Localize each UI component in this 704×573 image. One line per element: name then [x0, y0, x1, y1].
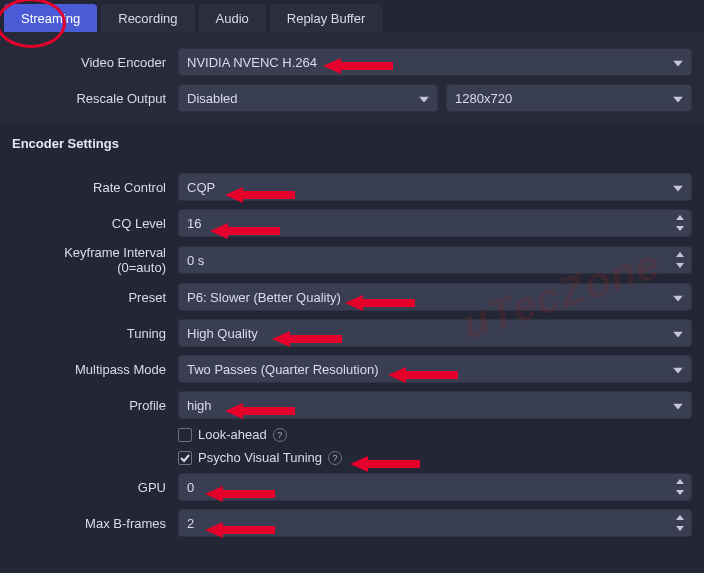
chevron-down-icon — [673, 55, 683, 70]
keyframe-down[interactable] — [673, 260, 687, 271]
tab-replay-buffer[interactable]: Replay Buffer — [270, 4, 383, 32]
top-section: Video Encoder NVIDIA NVENC H.264 Rescale… — [0, 32, 704, 124]
help-icon[interactable]: ? — [328, 451, 342, 465]
gpu-input[interactable]: 0 — [178, 473, 692, 501]
max-bframes-input[interactable]: 2 — [178, 509, 692, 537]
chevron-down-icon — [419, 91, 429, 106]
lookahead-checkbox[interactable] — [178, 428, 192, 442]
cq-level-input[interactable]: 16 — [178, 209, 692, 237]
tabs-bar: Streaming Recording Audio Replay Buffer — [0, 0, 704, 32]
max-bframes-up[interactable] — [673, 512, 687, 523]
rescale-output-select[interactable]: Disabled — [178, 84, 438, 112]
cq-level-label: CQ Level — [12, 216, 170, 231]
chevron-down-icon — [673, 362, 683, 377]
rescale-output-value: Disabled — [187, 91, 238, 106]
tuning-value: High Quality — [187, 326, 258, 341]
preset-label: Preset — [12, 290, 170, 305]
cq-level-up[interactable] — [673, 212, 687, 223]
video-encoder-select[interactable]: NVIDIA NVENC H.264 — [178, 48, 692, 76]
chevron-down-icon — [673, 290, 683, 305]
psycho-checkbox[interactable] — [178, 451, 192, 465]
multipass-select[interactable]: Two Passes (Quarter Resolution) — [178, 355, 692, 383]
rate-control-value: CQP — [187, 180, 215, 195]
chevron-down-icon — [673, 398, 683, 413]
psycho-label: Psycho Visual Tuning — [198, 450, 322, 465]
gpu-label: GPU — [12, 480, 170, 495]
tab-streaming[interactable]: Streaming — [4, 4, 97, 32]
gpu-down[interactable] — [673, 487, 687, 498]
video-encoder-value: NVIDIA NVENC H.264 — [187, 55, 317, 70]
gpu-value: 0 — [187, 480, 194, 495]
rescale-output-label: Rescale Output — [12, 91, 170, 106]
max-bframes-label: Max B-frames — [12, 516, 170, 531]
profile-select[interactable]: high — [178, 391, 692, 419]
keyframe-up[interactable] — [673, 249, 687, 260]
resolution-select[interactable]: 1280x720 — [446, 84, 692, 112]
chevron-down-icon — [673, 91, 683, 106]
video-encoder-label: Video Encoder — [12, 55, 170, 70]
rate-control-select[interactable]: CQP — [178, 173, 692, 201]
preset-select[interactable]: P6: Slower (Better Quality) — [178, 283, 692, 311]
cq-level-value: 16 — [187, 216, 201, 231]
keyframe-value: 0 s — [187, 253, 204, 268]
chevron-down-icon — [673, 326, 683, 341]
keyframe-input[interactable]: 0 s — [178, 246, 692, 274]
cq-level-down[interactable] — [673, 223, 687, 234]
gpu-up[interactable] — [673, 476, 687, 487]
keyframe-label: Keyframe Interval (0=auto) — [12, 245, 170, 275]
encoder-settings-heading: Encoder Settings — [0, 124, 704, 157]
max-bframes-value: 2 — [187, 516, 194, 531]
chevron-down-icon — [673, 180, 683, 195]
multipass-label: Multipass Mode — [12, 362, 170, 377]
tuning-select[interactable]: High Quality — [178, 319, 692, 347]
lookahead-label: Look-ahead — [198, 427, 267, 442]
preset-value: P6: Slower (Better Quality) — [187, 290, 341, 305]
help-icon[interactable]: ? — [273, 428, 287, 442]
tab-recording[interactable]: Recording — [101, 4, 194, 32]
multipass-value: Two Passes (Quarter Resolution) — [187, 362, 378, 377]
encoder-section: Rate Control CQP CQ Level 16 Keyframe In… — [0, 157, 704, 549]
max-bframes-down[interactable] — [673, 523, 687, 534]
resolution-value: 1280x720 — [455, 91, 512, 106]
profile-value: high — [187, 398, 212, 413]
rate-control-label: Rate Control — [12, 180, 170, 195]
tuning-label: Tuning — [12, 326, 170, 341]
tab-audio[interactable]: Audio — [199, 4, 266, 32]
profile-label: Profile — [12, 398, 170, 413]
